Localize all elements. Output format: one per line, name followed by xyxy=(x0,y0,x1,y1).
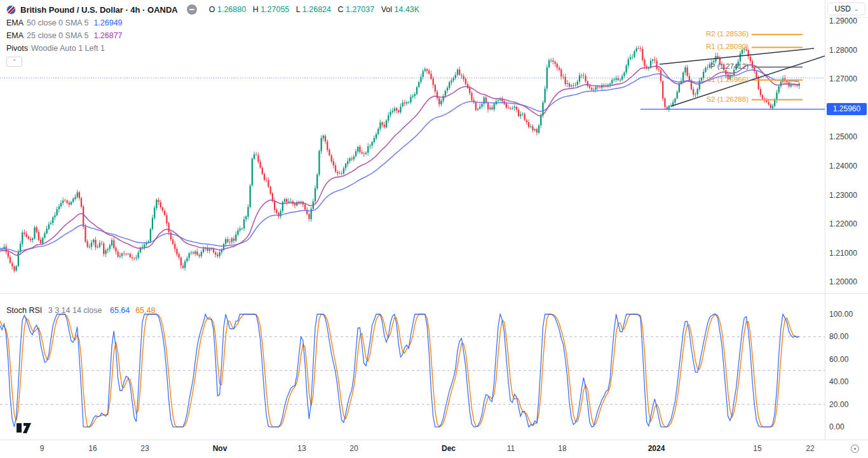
high-value: 1.27055 xyxy=(261,5,289,14)
stoch-d-value: 65.48 xyxy=(135,306,155,315)
time-tick: 2024 xyxy=(648,444,665,453)
tradingview-chart-window: R2 (1.28536)R1 (1.28090)P (1.27412)S1 (1… xyxy=(0,0,868,458)
rsi-tick: 80.00 xyxy=(829,332,849,341)
open-value: 1.26880 xyxy=(217,5,246,14)
time-tick: 16 xyxy=(88,444,97,453)
pivot-label-r1: R1 (1.28090) xyxy=(691,43,749,50)
chevron-down-icon: ⌄ xyxy=(853,6,858,12)
pivot-label-p: P (1.27412) xyxy=(691,62,749,70)
time-tick: 13 xyxy=(297,444,306,453)
symbol-title[interactable]: British Pound / U.S. Dollar · 4h · OANDA xyxy=(20,5,178,15)
price-tick: 1.22000 xyxy=(829,219,857,228)
time-tick: 23 xyxy=(140,444,149,453)
price-tick: 1.27000 xyxy=(829,74,857,83)
pivot-label-s1: S1 (1.26966) xyxy=(691,76,749,83)
price-tick: 1.24000 xyxy=(829,162,857,170)
tradingview-logo[interactable] xyxy=(17,422,36,436)
pivot-label-r2: R2 (1.28536) xyxy=(691,30,749,38)
panel-divider[interactable] xyxy=(0,293,868,294)
rsi-tick: 0.00 xyxy=(829,422,844,431)
rsi-tick: 60.00 xyxy=(829,355,849,364)
time-tick: 22 xyxy=(806,444,814,453)
indicator-row-pivots[interactable]: Pivots Woodie Auto 1 Left 1 xyxy=(6,42,419,55)
price-tick: 1.25000 xyxy=(829,132,857,141)
indicator-row-ema50[interactable]: EMA 50 close 0 SMA 5 1.26949 xyxy=(6,17,419,29)
stoch-rsi-legend[interactable]: Stoch RSI 3 3 14 14 close 65.64 65.48 xyxy=(6,304,155,316)
stoch-k-value: 65.64 xyxy=(110,306,130,315)
low-value: 1.26824 xyxy=(302,5,331,14)
time-tick: 15 xyxy=(753,444,761,453)
price-tick: 1.28000 xyxy=(829,46,857,55)
time-tick: 18 xyxy=(558,444,566,453)
time-tick: 11 xyxy=(507,444,515,453)
price-tick: 1.20000 xyxy=(829,277,857,286)
time-tick: 9 xyxy=(40,444,44,453)
time-tick: Nov xyxy=(213,444,227,453)
price-tick: 1.21000 xyxy=(829,249,857,258)
collapse-symbol-icon[interactable] xyxy=(187,4,197,15)
pivot-label-s2: S2 (1.26288) xyxy=(691,95,749,103)
ema50-value: 1.26949 xyxy=(93,18,122,27)
rsi-tick: 40.00 xyxy=(829,377,849,386)
rsi-tick: 100.00 xyxy=(829,310,853,319)
price-line-badge: 1.25960 xyxy=(827,103,867,115)
time-axis[interactable]: 91623Nov1320Dec111820241522 xyxy=(0,440,868,458)
close-value: 1.27037 xyxy=(346,5,374,14)
rsi-tick: 20.00 xyxy=(829,400,849,409)
legend-collapse-button[interactable]: ⌃ xyxy=(6,57,22,67)
symbol-flag-icon xyxy=(6,5,16,15)
volume-value: 14.43K xyxy=(395,5,420,14)
currency-unit-button[interactable]: USD ⌄ xyxy=(827,3,865,15)
time-tick: 20 xyxy=(349,444,358,453)
rsi-axis[interactable]: 100.0080.0060.0040.0020.000.00 xyxy=(825,293,868,440)
chart-legend: British Pound / U.S. Dollar · 4h · OANDA… xyxy=(6,3,419,67)
indicator-row-ema25[interactable]: EMA 25 close 0 SMA 5 1.26877 xyxy=(6,29,419,42)
price-tick: 1.29000 xyxy=(829,17,857,25)
price-tick: 1.23000 xyxy=(829,191,857,200)
ohlc-readout: O 1.26880 H 1.27055 L 1.26824 C 1.27037 … xyxy=(205,5,419,14)
ema25-value: 1.26877 xyxy=(93,31,122,40)
time-tick: Dec xyxy=(442,444,456,453)
time-axis-settings-icon[interactable] xyxy=(851,445,859,453)
price-axis[interactable]: 1.25960 1.290001.280001.270001.250001.24… xyxy=(825,0,868,293)
